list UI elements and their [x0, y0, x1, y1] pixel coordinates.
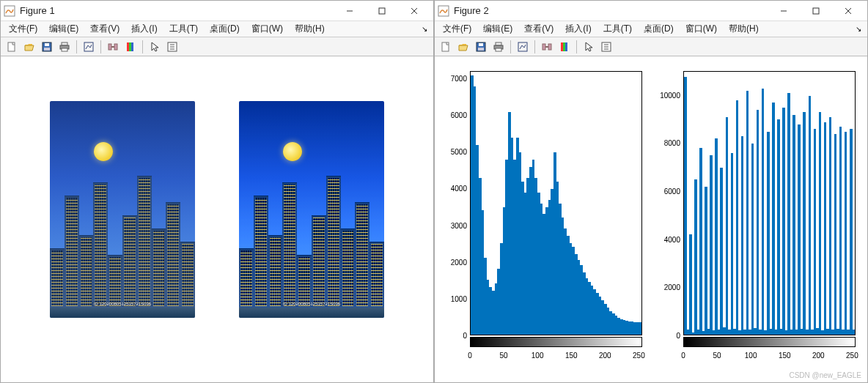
maximize-button[interactable]	[800, 1, 832, 21]
x-tick-label: 0	[468, 352, 472, 360]
image-equalized: ID 12020080512515721S036	[239, 101, 384, 318]
y-tick-label: 4000	[451, 185, 467, 193]
x-tick-label: 150	[779, 352, 791, 360]
histogram-bar	[803, 112, 806, 335]
histogram-equalized: 0200040006000800010000 050100150200250	[652, 68, 860, 373]
svg-rect-31	[478, 48, 484, 51]
histogram-bar	[824, 122, 827, 335]
menu-tools[interactable]: 工具(T)	[598, 22, 637, 36]
close-button[interactable]	[398, 1, 430, 21]
svg-rect-16	[127, 42, 129, 51]
histogram-bar	[751, 144, 754, 335]
colorbar-button[interactable]	[122, 39, 139, 55]
histogram-bar	[715, 138, 718, 335]
menu-help[interactable]: 帮助(H)	[290, 22, 330, 36]
figure-canvas[interactable]: ID 12020080512515721S036 ID 120200805125…	[1, 56, 433, 382]
maximize-button[interactable]	[366, 1, 398, 21]
menu-insert[interactable]: 插入(I)	[560, 22, 596, 36]
save-button[interactable]	[39, 39, 55, 55]
histogram-bar	[798, 124, 801, 335]
y-tick-label: 5000	[451, 148, 467, 156]
intensity-gradient-bar	[470, 337, 642, 347]
svg-rect-8	[44, 48, 50, 51]
x-tick-label: 50	[713, 352, 721, 360]
menu-file[interactable]: 文件(F)	[438, 22, 477, 36]
link-button[interactable]	[539, 39, 555, 55]
x-tick-label: 200	[599, 352, 611, 360]
histogram-bar	[757, 110, 760, 335]
svg-rect-32	[496, 42, 501, 45]
svg-rect-34	[496, 48, 501, 51]
svg-rect-30	[479, 43, 483, 46]
minimize-button[interactable]	[334, 1, 366, 21]
menu-window[interactable]: 窗口(W)	[246, 22, 288, 36]
histogram-bar	[787, 93, 790, 335]
menu-edit[interactable]: 编辑(E)	[44, 22, 84, 36]
menu-file[interactable]: 文件(F)	[4, 22, 43, 36]
histogram-bar	[720, 168, 723, 335]
pointer-button[interactable]	[147, 39, 163, 55]
menu-tools[interactable]: 工具(T)	[164, 22, 203, 36]
histogram-bar	[726, 117, 729, 335]
y-tick-label: 7000	[451, 75, 467, 83]
x-tick-label: 150	[565, 352, 578, 360]
save-button[interactable]	[473, 39, 489, 55]
colorbar-button[interactable]	[556, 39, 573, 55]
menubar: 文件(F) 编辑(E) 查看(V) 插入(I) 工具(T) 桌面(D) 窗口(W…	[1, 21, 433, 37]
menu-view[interactable]: 查看(V)	[519, 22, 559, 36]
svg-rect-13	[108, 44, 111, 50]
matlab-figure-icon	[438, 5, 449, 17]
link-button[interactable]	[105, 39, 121, 55]
intensity-gradient-bar	[683, 337, 856, 347]
window-title: Figure 2	[454, 5, 768, 16]
menu-view[interactable]: 查看(V)	[85, 22, 125, 36]
titlebar[interactable]: Figure 1	[1, 1, 433, 21]
menu-desktop[interactable]: 桌面(D)	[205, 22, 245, 36]
histogram-bar	[814, 129, 817, 335]
edit-plot-button[interactable]	[81, 39, 97, 55]
histogram-bar	[741, 136, 744, 335]
histogram-bar	[777, 119, 780, 335]
inspector-button[interactable]	[598, 39, 614, 55]
menu-window[interactable]: 窗口(W)	[680, 22, 722, 36]
toolbar	[1, 37, 433, 56]
titlebar[interactable]: Figure 2	[435, 1, 867, 21]
figure-canvas[interactable]: 01000200030004000500060007000 0501001502…	[435, 56, 867, 382]
new-figure-button[interactable]	[4, 39, 20, 55]
menu-edit[interactable]: 编辑(E)	[478, 22, 518, 36]
menu-help[interactable]: 帮助(H)	[724, 22, 764, 36]
svg-rect-36	[542, 44, 545, 50]
y-tick-label: 0	[676, 332, 680, 340]
print-button[interactable]	[56, 39, 73, 55]
svg-rect-9	[62, 42, 67, 45]
svg-rect-12	[84, 42, 93, 51]
svg-rect-41	[565, 42, 567, 51]
open-button[interactable]	[21, 39, 37, 55]
menubar: 文件(F) 编辑(E) 查看(V) 插入(I) 工具(T) 桌面(D) 窗口(W…	[435, 21, 867, 37]
inspector-button[interactable]	[164, 39, 180, 55]
histogram-bar	[792, 115, 795, 335]
menu-insert[interactable]: 插入(I)	[126, 22, 162, 36]
histogram-original: 01000200030004000500060007000 0501001502…	[439, 68, 647, 373]
watermark-text: CSDN @new_EAGLE	[789, 371, 861, 379]
close-button[interactable]	[832, 1, 864, 21]
svg-rect-37	[548, 44, 551, 50]
y-tick-label: 10000	[660, 91, 680, 99]
print-button[interactable]	[490, 39, 507, 55]
y-tick-label: 8000	[664, 139, 680, 147]
svg-rect-14	[114, 44, 117, 50]
dock-icon[interactable]: ↘	[419, 25, 430, 33]
histogram-bar	[731, 153, 734, 335]
svg-rect-17	[129, 42, 131, 51]
figure-window-2: Figure 2 文件(F) 编辑(E) 查看(V) 插入(I) 工具(T) 桌…	[434, 0, 868, 383]
figure-window-1: Figure 1 文件(F) 编辑(E) 查看(V) 插入(I) 工具(T) 桌…	[0, 0, 434, 383]
histogram-bar	[809, 96, 812, 335]
menu-desktop[interactable]: 桌面(D)	[639, 22, 679, 36]
open-button[interactable]	[455, 39, 471, 55]
minimize-button[interactable]	[768, 1, 800, 21]
dock-icon[interactable]: ↘	[853, 25, 864, 33]
pointer-button[interactable]	[581, 39, 597, 55]
new-figure-button[interactable]	[438, 39, 454, 55]
edit-plot-button[interactable]	[515, 39, 531, 55]
svg-rect-18	[131, 42, 133, 51]
